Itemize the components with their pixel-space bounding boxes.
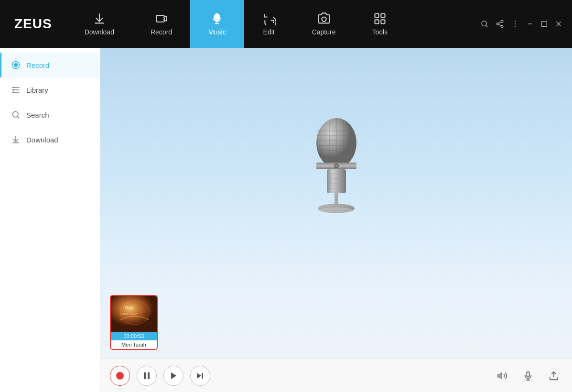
svg-marker-64 [171,372,176,379]
download-icon [93,12,106,25]
sidebar: Record Library Search Download [0,48,100,392]
svg-line-34 [18,117,20,119]
svg-point-57 [320,207,353,213]
sidebar-item-search[interactable]: Search [0,102,100,127]
svg-rect-22 [542,22,547,27]
tab-record[interactable]: Record [132,0,190,48]
svg-marker-65 [197,373,201,379]
svg-point-6 [322,17,326,22]
tab-download[interactable]: Download [66,0,132,48]
svg-rect-63 [148,372,150,379]
content-area: Thor Meri Tarah 00:00:53 Meri Tarah [100,48,572,392]
capture-icon [317,12,331,25]
skip-icon [196,372,204,380]
track-title: Meri Tarah [111,340,157,349]
svg-rect-49 [327,169,346,193]
player-controls [110,366,210,386]
sidebar-record-icon [11,60,21,70]
window-controls [480,20,572,28]
mic-area [100,48,572,290]
svg-point-31 [13,89,14,90]
skip-forward-button[interactable] [190,366,210,386]
tab-capture[interactable]: Capture [294,0,354,48]
play-button[interactable] [163,366,183,386]
svg-rect-10 [381,20,385,23]
svg-rect-8 [381,14,385,18]
svg-point-30 [13,87,14,88]
svg-text:Meri Tarah: Meri Tarah [121,312,137,316]
more-menu-btn[interactable] [511,20,519,28]
tools-icon [373,12,387,25]
volume-button[interactable] [494,367,511,384]
tab-tools[interactable]: Tools [354,0,406,48]
svg-text:Thor: Thor [124,305,134,310]
record-button[interactable] [110,366,130,386]
share-window-btn[interactable] [496,20,504,28]
svg-point-15 [501,25,503,28]
export-icon [549,370,559,381]
tab-edit[interactable]: Edit [244,0,294,48]
search-window-btn[interactable] [480,20,489,28]
svg-point-26 [14,64,18,67]
export-button[interactable] [545,367,562,384]
main-layout: Record Library Search Download [0,48,572,392]
music-icon [210,12,224,25]
track-card[interactable]: Thor Meri Tarah 00:00:53 Meri Tarah [110,295,158,350]
record-dot [116,372,124,380]
svg-rect-66 [202,373,203,379]
svg-point-20 [515,26,516,27]
sidebar-item-download[interactable]: Download [0,127,100,152]
pause-button[interactable] [137,366,157,386]
maximize-btn[interactable] [540,20,548,28]
sidebar-library-icon [11,85,21,95]
player-right-controls [494,367,562,384]
svg-point-13 [501,21,503,23]
svg-rect-9 [375,20,378,23]
svg-point-48 [335,164,338,167]
mic-toggle-button[interactable] [519,367,537,384]
title-bar: ZEUS Download Record [0,0,572,48]
microphone-illustration [298,117,375,222]
svg-rect-62 [144,372,146,379]
svg-marker-67 [498,372,502,379]
sidebar-item-library[interactable]: Library [0,77,100,102]
svg-rect-3 [216,14,219,19]
mic-toggle-icon [523,370,533,381]
svg-point-18 [515,21,516,22]
volume-icon [497,370,507,381]
track-card-image: Thor Meri Tarah [111,296,157,332]
svg-point-33 [12,111,18,117]
svg-point-11 [482,21,487,26]
svg-rect-7 [375,14,378,18]
svg-point-14 [496,23,499,25]
tab-music[interactable]: Music [190,0,244,48]
nav-tabs: Download Record Music [66,0,480,48]
close-btn[interactable] [555,20,562,28]
player-bar [100,359,572,392]
svg-point-19 [515,23,516,24]
track-time-bar: 00:00:53 [111,332,157,340]
play-icon [170,372,177,380]
app-logo: ZEUS [0,16,66,32]
svg-line-17 [498,22,501,23]
record-nav-icon [155,12,168,25]
sidebar-download-icon [11,135,21,144]
track-area: Thor Meri Tarah 00:00:53 Meri Tarah [100,290,572,359]
pause-icon [143,372,150,380]
svg-line-16 [498,24,501,26]
svg-line-12 [486,25,487,27]
sidebar-search-icon [11,110,21,120]
edit-icon [262,12,276,25]
sidebar-item-record[interactable]: Record [0,53,100,77]
svg-rect-68 [527,371,529,376]
minimize-btn[interactable] [526,20,534,28]
svg-point-32 [13,92,14,93]
